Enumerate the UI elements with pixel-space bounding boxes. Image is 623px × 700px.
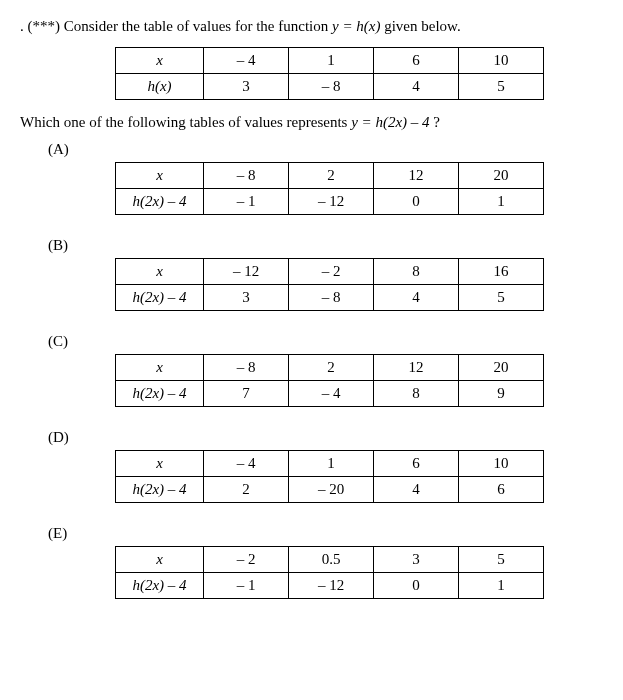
cell: – 4: [204, 451, 289, 477]
question-prefix: . (***) Consider the table of values for…: [20, 18, 332, 34]
prompt-function: y = h(2x) – 4: [351, 114, 429, 130]
prompt-prefix: Which one of the following tables of val…: [20, 114, 351, 130]
cell: 20: [459, 355, 544, 381]
option-table-d: x – 4 1 6 10 h(2x) – 4 2 – 20 4 6: [115, 450, 544, 503]
table-row: h(2x) – 4 – 1 – 12 0 1: [116, 573, 544, 599]
cell: – 12: [289, 573, 374, 599]
option-label-a: (A): [48, 141, 603, 158]
cell: 2: [289, 355, 374, 381]
option-label-b: (B): [48, 237, 603, 254]
table-row: h(x) 3 – 8 4 5: [116, 74, 544, 100]
cell: 2: [204, 477, 289, 503]
cell: – 4: [289, 381, 374, 407]
table-row: x – 4 1 6 10: [116, 48, 544, 74]
cell: 12: [374, 163, 459, 189]
cell: 8: [374, 259, 459, 285]
row-header: h(2x) – 4: [116, 573, 204, 599]
cell: – 12: [289, 189, 374, 215]
row-header: h(2x) – 4: [116, 189, 204, 215]
cell: 1: [459, 189, 544, 215]
row-header: x: [116, 259, 204, 285]
cell: 3: [374, 547, 459, 573]
row-header: x: [116, 163, 204, 189]
cell: 0.5: [289, 547, 374, 573]
cell: 3: [204, 285, 289, 311]
cell: 1: [459, 573, 544, 599]
cell: 4: [374, 285, 459, 311]
cell: 5: [459, 547, 544, 573]
cell: – 1: [204, 189, 289, 215]
cell: – 8: [289, 74, 374, 100]
cell: – 2: [289, 259, 374, 285]
row-header: x: [116, 48, 204, 74]
cell: 8: [374, 381, 459, 407]
cell: 16: [459, 259, 544, 285]
prompt-text: Which one of the following tables of val…: [20, 114, 603, 131]
option-table-c: x – 8 2 12 20 h(2x) – 4 7 – 4 8 9: [115, 354, 544, 407]
table-row: x – 12 – 2 8 16: [116, 259, 544, 285]
cell: 5: [459, 285, 544, 311]
table-row: h(2x) – 4 3 – 8 4 5: [116, 285, 544, 311]
base-table: x – 4 1 6 10 h(x) 3 – 8 4 5: [115, 47, 544, 100]
cell: 4: [374, 74, 459, 100]
cell: 1: [289, 451, 374, 477]
question-suffix: given below.: [384, 18, 461, 34]
question-text: . (***) Consider the table of values for…: [20, 18, 603, 35]
table-row: x – 8 2 12 20: [116, 163, 544, 189]
row-header: x: [116, 451, 204, 477]
table-row: x – 2 0.5 3 5: [116, 547, 544, 573]
row-header: h(x): [116, 74, 204, 100]
cell: 9: [459, 381, 544, 407]
cell: 3: [204, 74, 289, 100]
table-row: x – 8 2 12 20: [116, 355, 544, 381]
table-row: h(2x) – 4 2 – 20 4 6: [116, 477, 544, 503]
cell: 12: [374, 355, 459, 381]
cell: 4: [374, 477, 459, 503]
row-header: h(2x) – 4: [116, 285, 204, 311]
row-header: x: [116, 547, 204, 573]
cell: 10: [459, 48, 544, 74]
cell: – 2: [204, 547, 289, 573]
cell: 5: [459, 74, 544, 100]
cell: – 1: [204, 573, 289, 599]
question-function: y = h(x): [332, 18, 380, 34]
cell: – 8: [204, 355, 289, 381]
cell: – 4: [204, 48, 289, 74]
cell: – 8: [289, 285, 374, 311]
cell: – 20: [289, 477, 374, 503]
cell: 6: [459, 477, 544, 503]
option-label-d: (D): [48, 429, 603, 446]
cell: 6: [374, 48, 459, 74]
cell: 7: [204, 381, 289, 407]
table-row: h(2x) – 4 7 – 4 8 9: [116, 381, 544, 407]
option-label-c: (C): [48, 333, 603, 350]
option-table-a: x – 8 2 12 20 h(2x) – 4 – 1 – 12 0 1: [115, 162, 544, 215]
cell: 20: [459, 163, 544, 189]
table-row: x – 4 1 6 10: [116, 451, 544, 477]
cell: 0: [374, 573, 459, 599]
option-table-b: x – 12 – 2 8 16 h(2x) – 4 3 – 8 4 5: [115, 258, 544, 311]
row-header: x: [116, 355, 204, 381]
cell: 2: [289, 163, 374, 189]
cell: 0: [374, 189, 459, 215]
cell: – 8: [204, 163, 289, 189]
cell: 6: [374, 451, 459, 477]
row-header: h(2x) – 4: [116, 477, 204, 503]
cell: 1: [289, 48, 374, 74]
row-header: h(2x) – 4: [116, 381, 204, 407]
table-row: h(2x) – 4 – 1 – 12 0 1: [116, 189, 544, 215]
cell: 10: [459, 451, 544, 477]
option-label-e: (E): [48, 525, 603, 542]
option-table-e: x – 2 0.5 3 5 h(2x) – 4 – 1 – 12 0 1: [115, 546, 544, 599]
cell: – 12: [204, 259, 289, 285]
prompt-suffix: ?: [433, 114, 440, 130]
